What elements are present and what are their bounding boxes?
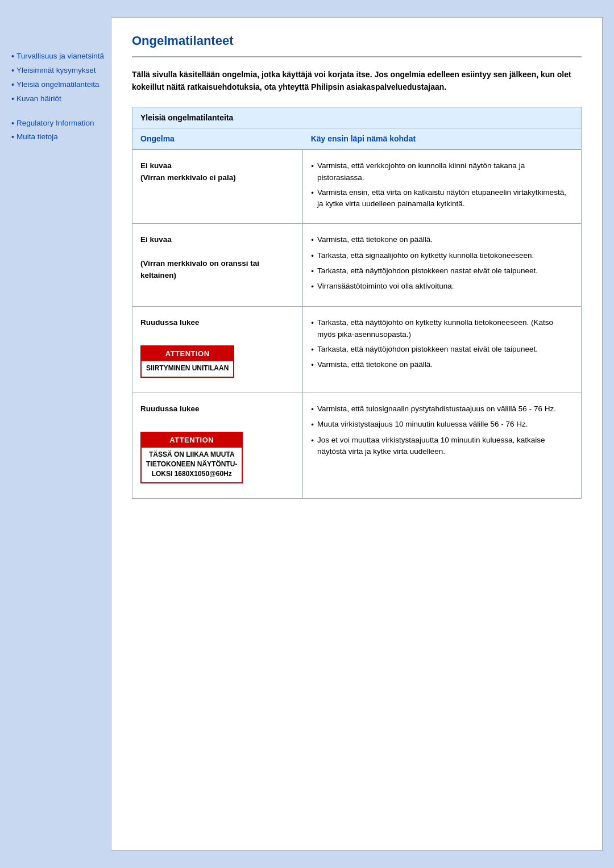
table-row: Ei kuvaa(Virran merkkivalo on oranssi ta… xyxy=(132,224,582,307)
column-header-row: Ongelma Käy ensin läpi nämä kohdat xyxy=(132,128,582,150)
attention-header: ATTENTION xyxy=(142,433,242,448)
attention-header: ATTENTION xyxy=(142,347,233,361)
page-title: Ongelmatilanteet xyxy=(132,34,582,48)
solutions-cell: Varmista, että tietokone on päällä. Tark… xyxy=(303,224,582,307)
sidebar-link-kuvan[interactable]: Kuvan häiriöt xyxy=(16,94,61,105)
sidebar-item-regulatory[interactable]: Regulatory Information xyxy=(11,118,105,129)
solution-item: Varmista ensin, että virta on katkaistu … xyxy=(311,187,573,210)
problem-text: Ei kuvaa(Virran merkkivalo on oranssi ta… xyxy=(140,235,259,279)
problem-prefix: Ruudussa lukee xyxy=(140,404,200,413)
solutions-list: Varmista, että tulosignaalin pystytahdis… xyxy=(311,403,573,457)
solutions-list: Tarkasta, että näyttöjohto on kytketty k… xyxy=(311,317,573,371)
problem-text: Ei kuvaa(Virran merkkivalo ei pala) xyxy=(140,161,236,182)
problems-table: Yleisiä ongelmatilanteita Ongelma Käy en… xyxy=(132,107,582,498)
solution-item: Jos et voi muuttaa virkistystaajuutta 10… xyxy=(311,435,573,458)
attention-box: ATTENTION SIIRTYMINEN UNITILAAN xyxy=(140,345,234,378)
sidebar-item-kuvan[interactable]: Kuvan häiriöt xyxy=(11,94,105,105)
attention-box: ATTENTION TÄSSÄ ON LIIKAA MUUTATIETOKONE… xyxy=(140,432,243,483)
problem-cell: Ei kuvaa(Virran merkkivalo ei pala) xyxy=(132,149,303,224)
main-content: Ongelmatilanteet Tällä sivulla käsitellä… xyxy=(111,17,603,851)
problem-cell: Ruudussa lukee ATTENTION TÄSSÄ ON LIIKAA… xyxy=(132,393,303,498)
sidebar-link-yleisimmat[interactable]: Yleisimmät kysymykset xyxy=(16,65,96,76)
attention-body: TÄSSÄ ON LIIKAA MUUTATIETOKONEEN NÄYTÖNT… xyxy=(142,448,242,482)
solution-item: Virransäästötoiminto voi olla aktivoitun… xyxy=(311,281,573,293)
solutions-cell: Varmista, että tulosignaalin pystytahdis… xyxy=(303,393,582,498)
sidebar-item-yleisimmat[interactable]: Yleisimmät kysymykset xyxy=(11,65,105,76)
attention-body: SIIRTYMINEN UNITILAAN xyxy=(142,361,233,377)
solution-item: Tarkasta, että näyttöjohdon pistokkeen n… xyxy=(311,265,573,277)
table-row: Ei kuvaa(Virran merkkivalo ei pala) Varm… xyxy=(132,149,582,224)
sidebar-item-muita[interactable]: Muita tietoja xyxy=(11,132,105,143)
sidebar-link-yleisia[interactable]: Yleisiä ongelmatilanteita xyxy=(16,80,99,90)
section-title: Yleisiä ongelmatilanteita xyxy=(132,107,582,128)
section-header-row: Yleisiä ongelmatilanteita xyxy=(132,107,582,128)
solutions-cell: Varmista, että verkkojohto on kunnolla k… xyxy=(303,149,582,224)
table-row: Ruudussa lukee ATTENTION TÄSSÄ ON LIIKAA… xyxy=(132,393,582,498)
solution-item: Muuta virkistystaajuus 10 minuutin kulue… xyxy=(311,419,573,431)
solutions-cell: Tarkasta, että näyttöjohto on kytketty k… xyxy=(303,307,582,393)
sidebar-nav: Turvallisuus ja vianetsintä Yleisimmät k… xyxy=(11,51,105,143)
intro-paragraph: Tällä sivulla käsitellään ongelmia, jotk… xyxy=(132,69,582,93)
sidebar-link-regulatory[interactable]: Regulatory Information xyxy=(16,118,94,129)
table-row: Ruudussa lukee ATTENTION SIIRTYMINEN UNI… xyxy=(132,307,582,393)
problem-prefix: Ruudussa lukee xyxy=(140,318,200,327)
problem-cell: Ruudussa lukee ATTENTION SIIRTYMINEN UNI… xyxy=(132,307,303,393)
title-divider xyxy=(132,56,582,57)
sidebar-item-turvallisuus[interactable]: Turvallisuus ja vianetsintä xyxy=(11,51,105,62)
solutions-list: Varmista, että verkkojohto on kunnolla k… xyxy=(311,160,573,210)
solution-item: Varmista, että tietokone on päällä. xyxy=(311,359,573,371)
col1-header: Ongelma xyxy=(132,128,303,150)
problem-cell: Ei kuvaa(Virran merkkivalo on oranssi ta… xyxy=(132,224,303,307)
sidebar-link-muita[interactable]: Muita tietoja xyxy=(16,132,58,143)
solution-item: Tarkasta, että näyttöjohdon pistokkeen n… xyxy=(311,344,573,356)
solutions-list: Varmista, että tietokone on päällä. Tark… xyxy=(311,234,573,293)
sidebar-link-turvallisuus[interactable]: Turvallisuus ja vianetsintä xyxy=(16,51,104,62)
solution-item: Varmista, että tietokone on päällä. xyxy=(311,234,573,246)
solution-item: Varmista, että verkkojohto on kunnolla k… xyxy=(311,160,573,183)
solution-item: Tarkasta, että näyttöjohto on kytketty k… xyxy=(311,317,573,340)
sidebar-item-yleisia[interactable]: Yleisiä ongelmatilanteita xyxy=(11,80,105,90)
sidebar: Turvallisuus ja vianetsintä Yleisimmät k… xyxy=(11,17,111,851)
solution-item: Varmista, että tulosignaalin pystytahdis… xyxy=(311,403,573,415)
solution-item: Tarkasta, että signaalijohto on kytketty… xyxy=(311,250,573,262)
col2-header: Käy ensin läpi nämä kohdat xyxy=(303,128,582,150)
